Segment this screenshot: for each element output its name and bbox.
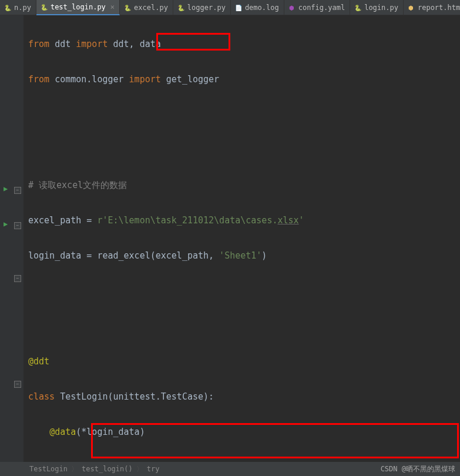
file-icon: 📄 (234, 4, 243, 12)
code-line: class TestLogin(unittest.TestCase): (23, 388, 460, 405)
fold-icon[interactable]: − (14, 187, 21, 194)
code-line: excel_path = r'E:\lemon\task_211012\data… (23, 212, 460, 229)
code-line: # 读取excel文件的数据 (23, 176, 460, 194)
yaml-icon: ⬢ (288, 4, 296, 12)
close-icon[interactable]: × (110, 3, 115, 11)
code-line: @data(*login_data) (23, 423, 460, 441)
fold-icon[interactable]: − (14, 275, 21, 282)
breadcrumb-item[interactable]: TestLogin (29, 465, 68, 473)
tab-login[interactable]: 🐍login.py (350, 0, 404, 15)
python-icon: 🐍 (354, 4, 362, 12)
code-line (23, 106, 460, 123)
fold-icon[interactable]: − (14, 222, 21, 229)
breadcrumb-item[interactable]: try (147, 465, 160, 473)
watermark: CSDN @晒不黑的黑煤球 (381, 464, 455, 474)
breadcrumb-item[interactable]: test_login() (82, 465, 133, 473)
python-icon: 🐍 (177, 4, 185, 12)
code-line: @ddt (23, 353, 460, 370)
tab-config-yaml[interactable]: ⬢config.yaml (284, 0, 350, 15)
code-line: login_data = read_excel(excel_path, 'She… (23, 247, 460, 264)
tab-logger[interactable]: 🐍logger.py (173, 0, 231, 15)
tab-test-login[interactable]: 🐍test_login.py× (36, 0, 120, 15)
python-icon: 🐍 (40, 3, 48, 11)
code-line (23, 282, 460, 300)
html-icon: ⬢ (407, 4, 415, 12)
tab-excel[interactable]: 🐍excel.py (120, 0, 173, 15)
code-editor[interactable]: from ddt import ddt, data from common.lo… (23, 15, 460, 462)
breadcrumb-separator: 〉 (71, 464, 78, 474)
code-line (23, 317, 460, 335)
run-icon[interactable]: ▶ (4, 220, 11, 227)
tab-report-html[interactable]: ⬢report.html (404, 0, 460, 15)
fold-icon[interactable]: − (14, 381, 21, 388)
code-line: from ddt import ddt, data (23, 35, 460, 53)
editor-tabs: 🐍n.py 🐍test_login.py× 🐍excel.py 🐍logger.… (0, 0, 460, 15)
code-line: from common.logger import get_logger (23, 71, 460, 88)
gutter: ▶ − ▶ − − − (0, 15, 23, 462)
python-icon: 🐍 (4, 4, 12, 12)
run-icon[interactable]: ▶ (4, 185, 11, 192)
code-line (23, 141, 460, 159)
python-icon: 🐍 (123, 4, 132, 12)
tab-npy[interactable]: 🐍n.py (0, 0, 36, 15)
tab-demo-log[interactable]: 📄demo.log (231, 0, 284, 15)
breadcrumb-separator: 〉 (136, 464, 143, 474)
